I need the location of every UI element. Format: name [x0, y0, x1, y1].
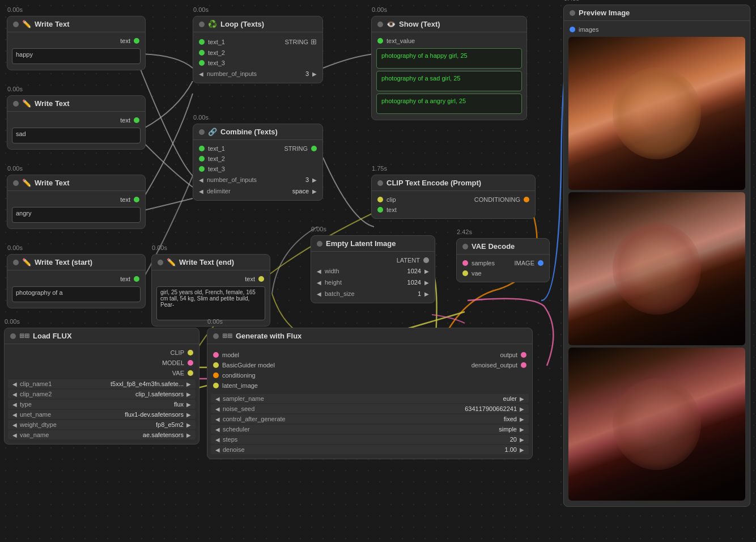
port-text2-in	[199, 50, 205, 56]
port-output-label: output	[500, 352, 517, 358]
port-text-right: text	[245, 276, 264, 282]
arrow-left[interactable]: ◀	[214, 437, 221, 443]
increment-btn[interactable]: ▶	[423, 291, 430, 297]
node-title: Write Text (start)	[35, 258, 92, 266]
arrow-right[interactable]: ▶	[519, 406, 525, 412]
port-label: model	[222, 352, 239, 358]
decrement-btn[interactable]: ◀	[198, 188, 205, 194]
param-key: clip_name1	[20, 380, 109, 387]
text-input[interactable]: angry	[12, 207, 141, 223]
text-input[interactable]: sad	[12, 128, 141, 143]
port-vae-label: VAE	[172, 370, 184, 376]
arrow-left[interactable]: ◀	[11, 401, 18, 408]
show-text-box-1: photography of a happy girl, 25	[376, 48, 522, 69]
decrement-btn[interactable]: ◀	[316, 280, 322, 286]
port-text-right: text	[120, 37, 139, 44]
node-time: 0.00s	[193, 6, 209, 13]
arrow-right[interactable]: ▶	[519, 396, 525, 402]
node-header: CLIP Text Encode (Prompt)	[372, 175, 535, 191]
right-ports: output denoised_output	[370, 350, 533, 391]
param-denoise: ◀ denoise 1.00 ▶	[211, 445, 529, 454]
node-body: text sad	[7, 112, 145, 149]
clip-text-encode-node: 1.75s CLIP Text Encode (Prompt) clip CON…	[371, 175, 536, 219]
port-vae-in	[462, 270, 468, 276]
port-text-row: text	[7, 194, 145, 205]
text-input[interactable]: photography of a	[12, 286, 141, 302]
load-flux-node: 0.00s ⊞⊞ Load FLUX CLIP MODEL VAE	[4, 328, 199, 444]
number-inputs-spinner: ◀ number_of_inputs 3 ▶	[193, 174, 322, 185]
increment-btn[interactable]: ▶	[311, 71, 318, 77]
status-dot	[199, 22, 205, 27]
decrement-btn[interactable]: ◀	[198, 177, 205, 183]
node-header: ⊞⊞ Load FLUX	[5, 328, 199, 344]
show-text-box-2: photography of a sad girl, 25	[376, 71, 522, 91]
node-time: 0.00s	[5, 318, 20, 325]
increment-btn[interactable]: ▶	[423, 268, 430, 274]
port-string-label: STRING	[284, 145, 308, 152]
status-dot	[317, 241, 322, 247]
arrow-left[interactable]: ◀	[214, 406, 221, 412]
param-key: vae_name	[20, 431, 141, 438]
decrement-btn[interactable]: ◀	[316, 268, 322, 274]
preview-image-1	[568, 37, 745, 190]
node-time: 0.00s	[193, 114, 209, 121]
text-input[interactable]: happy	[12, 48, 141, 64]
node-title: Generate with Flux	[236, 332, 301, 340]
param-sampler: ◀ sampler_name euler ▶	[211, 394, 529, 403]
generate-flux-node: 0.00s ⊞⊞ Generate with Flux model BasicG…	[207, 328, 533, 459]
port-cond-out	[524, 197, 529, 202]
arrow-left[interactable]: ◀	[11, 391, 18, 397]
port-label: text_2	[208, 155, 225, 162]
arrow-left[interactable]: ◀	[11, 422, 18, 428]
arrow-right[interactable]: ▶	[185, 391, 192, 397]
arrow-right[interactable]: ▶	[519, 416, 525, 422]
increment-btn[interactable]: ▶	[311, 177, 318, 183]
param-key: weight_dtype	[20, 421, 154, 428]
arrow-right[interactable]: ▶	[185, 381, 192, 387]
port-text-label: text	[120, 196, 130, 203]
increment-btn[interactable]: ▶	[311, 188, 318, 194]
arrow-right[interactable]: ▶	[519, 437, 525, 443]
arrow-right[interactable]: ▶	[185, 412, 192, 418]
arrow-left[interactable]: ◀	[11, 412, 18, 418]
arrow-right[interactable]: ▶	[519, 426, 525, 433]
decrement-btn[interactable]: ◀	[316, 291, 322, 297]
node-body: text angry	[7, 191, 145, 228]
port-row: clip CONDITIONING	[372, 194, 535, 205]
decrement-btn[interactable]: ◀	[198, 71, 205, 77]
port-model-out	[188, 360, 193, 366]
grid-icon2: ⊞⊞	[19, 332, 29, 340]
node-header: 👁️ Show (Text)	[372, 16, 526, 32]
pencil-icon: ✏️	[22, 20, 31, 28]
arrow-right[interactable]: ▶	[185, 422, 192, 428]
arrow-left[interactable]: ◀	[214, 396, 221, 402]
node-title: Write Text (end)	[179, 258, 234, 266]
node-header: Preview Image	[564, 5, 750, 21]
node-header: ✏️ Write Text (end)	[152, 255, 270, 270]
spinner-value: 1024	[398, 279, 421, 286]
status-dot	[213, 333, 219, 339]
node-title: Load FLUX	[33, 332, 72, 340]
preview-image-2	[568, 192, 745, 345]
port-label: vae	[472, 270, 482, 277]
arrow-right[interactable]: ▶	[519, 447, 525, 453]
arrow-left[interactable]: ◀	[214, 426, 221, 433]
port-label: latent_image	[222, 382, 258, 389]
port-row: text_3	[193, 58, 322, 68]
arrow-left[interactable]: ◀	[214, 447, 221, 453]
arrow-left[interactable]: ◀	[11, 432, 18, 438]
text-input[interactable]: girl, 25 years old, French, female, 165 …	[156, 286, 265, 320]
port-row: VAE	[5, 368, 199, 378]
show-text-node: 0.00s 👁️ Show (Text) text_value photogra…	[371, 16, 527, 120]
arrow-left[interactable]: ◀	[11, 381, 18, 387]
increment-btn[interactable]: ▶	[423, 280, 430, 286]
port-basicguider-row: BasicGuider model	[207, 360, 370, 370]
port-text-row: text	[7, 274, 145, 284]
port-samples-in	[462, 260, 468, 266]
arrow-left[interactable]: ◀	[214, 416, 221, 422]
port-text-right: text	[120, 117, 139, 124]
arrow-right[interactable]: ▶	[185, 401, 192, 408]
arrow-right[interactable]: ▶	[185, 432, 192, 438]
port-row: text_2	[193, 48, 322, 58]
port-text-label: text	[120, 117, 130, 124]
